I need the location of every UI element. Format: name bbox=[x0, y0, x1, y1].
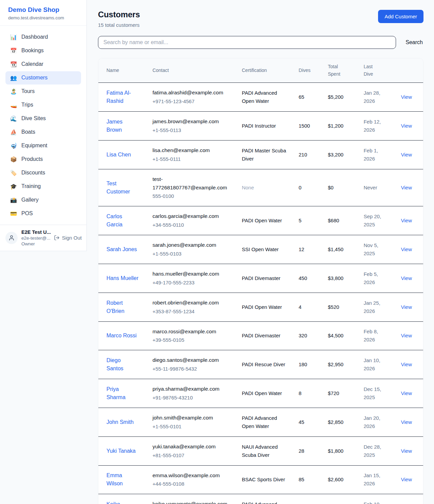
customer-total-spent: $3,200 bbox=[322, 140, 358, 169]
search-row: Search bbox=[98, 36, 423, 49]
sidebar-item-dive-sites[interactable]: 🌊 Dive Sites bbox=[5, 112, 81, 125]
column-header-name: Name bbox=[98, 58, 147, 83]
speedboat-icon: 🚤 bbox=[10, 102, 17, 108]
customer-total-spent: $2,100 bbox=[322, 494, 358, 504]
table-row: Keiko Yamamoto keiko.yamamoto@example.co… bbox=[98, 494, 423, 504]
customer-dives: 1500 bbox=[293, 112, 322, 141]
user-role: Owner bbox=[21, 241, 50, 246]
customer-phone: +39-555-0105 bbox=[153, 336, 231, 344]
customer-name-link[interactable]: James Brown bbox=[106, 118, 139, 134]
customer-total-spent: $720 bbox=[322, 379, 358, 408]
sidebar-item-trips[interactable]: 🚤 Trips bbox=[5, 98, 81, 112]
sidebar-item-discounts[interactable]: 🏷️ Discounts bbox=[5, 166, 81, 180]
view-customer-link[interactable]: View bbox=[401, 304, 412, 310]
customer-name-link[interactable]: Carlos Garcia bbox=[106, 212, 139, 229]
customer-name-link[interactable]: Fatima Al-Rashid bbox=[106, 89, 139, 105]
sidebar-item-bookings[interactable]: 📅 Bookings bbox=[5, 44, 81, 57]
customer-name-link[interactable]: Priya Sharma bbox=[106, 385, 139, 402]
sidebar-item-tours[interactable]: 🏝️ Tours bbox=[5, 85, 81, 98]
customer-dives: 65 bbox=[293, 83, 322, 112]
view-customer-link[interactable]: View bbox=[401, 361, 412, 367]
table-row: Robert O'Brien robert.obrien@example.com… bbox=[98, 293, 423, 321]
view-customer-link[interactable]: View bbox=[401, 152, 412, 157]
shop-name: Demo Dive Shop bbox=[8, 6, 78, 14]
view-customer-link[interactable]: View bbox=[401, 390, 412, 396]
customer-name-link[interactable]: Emma Wilson bbox=[106, 471, 139, 488]
customer-total-spent: $2,950 bbox=[322, 350, 358, 379]
customer-name-link[interactable]: Sarah Jones bbox=[106, 245, 137, 254]
sidebar-item-label: Dive Sites bbox=[21, 115, 46, 122]
sign-out-button[interactable]: Sign Out bbox=[54, 235, 82, 241]
customer-name-link[interactable]: Robert O'Brien bbox=[106, 299, 139, 315]
customer-name-link[interactable]: Hans Mueller bbox=[106, 274, 138, 282]
sidebar-item-training[interactable]: 🎓 Training bbox=[5, 180, 81, 193]
diving-mask-icon: 🤿 bbox=[10, 143, 17, 149]
sidebar-item-calendar[interactable]: 📆 Calendar bbox=[5, 58, 81, 71]
shop-logo-block: Demo Dive Shop demo.test.divestreams.com bbox=[0, 0, 86, 26]
sidebar-item-dashboard[interactable]: 📊 Dashboard bbox=[5, 31, 81, 44]
customer-last-dive: Never bbox=[358, 169, 395, 206]
sidebar-item-label: Equipment bbox=[21, 143, 47, 149]
customer-phone: +353-87-555-1234 bbox=[153, 307, 231, 316]
view-customer-link[interactable]: View bbox=[401, 123, 412, 129]
view-customer-link[interactable]: View bbox=[401, 477, 412, 482]
wave-icon: 🌊 bbox=[10, 115, 17, 122]
customer-certification: PADI Open Water bbox=[236, 206, 293, 235]
customer-email: keiko.yamamoto@example.com bbox=[153, 500, 231, 504]
view-customer-link[interactable]: View bbox=[401, 185, 412, 190]
customer-email: test-1772681807767@example.com bbox=[153, 175, 231, 192]
table-row: Test Customer test-1772681807767@example… bbox=[98, 169, 423, 206]
sidebar-item-products[interactable]: 📦 Products bbox=[5, 153, 81, 166]
view-customer-link[interactable]: View bbox=[401, 448, 412, 454]
view-customer-link[interactable]: View bbox=[401, 275, 412, 281]
customer-last-dive: Nov 5, 2025 bbox=[358, 235, 395, 264]
customer-name-link[interactable]: Diego Santos bbox=[106, 356, 139, 373]
add-customer-button[interactable]: Add Customer bbox=[378, 10, 423, 23]
customer-certification: PADI Open Water bbox=[236, 379, 293, 408]
view-customer-link[interactable]: View bbox=[401, 246, 412, 252]
customer-name-link[interactable]: Lisa Chen bbox=[106, 151, 131, 159]
customer-dives: 12 bbox=[293, 235, 322, 264]
sidebar-item-boats[interactable]: ⛵ Boats bbox=[5, 126, 81, 139]
customer-name-link[interactable]: Yuki Tanaka bbox=[106, 447, 136, 455]
sidebar-item-pos[interactable]: 💳 POS bbox=[5, 207, 81, 220]
customer-total-spent: $2,850 bbox=[322, 408, 358, 436]
view-customer-link[interactable]: View bbox=[401, 218, 412, 223]
customer-name-link[interactable]: Test Customer bbox=[106, 180, 139, 196]
customer-email: diego.santos@example.com bbox=[153, 356, 231, 365]
column-header-actions bbox=[396, 58, 423, 83]
customer-email: priya.sharma@example.com bbox=[153, 385, 231, 393]
sidebar-item-gallery[interactable]: 📸 Gallery bbox=[5, 193, 81, 207]
sidebar-item-customers[interactable]: 👥 Customers bbox=[5, 71, 81, 85]
customer-phone: +81-555-0107 bbox=[153, 451, 231, 460]
column-header-certification: Certification bbox=[236, 58, 293, 83]
customer-email: yuki.tanaka@example.com bbox=[153, 443, 231, 451]
user-footer: E2E Test U... e2e-tester@... Owner Sign … bbox=[0, 225, 86, 251]
customer-last-dive: Feb 1, 2026 bbox=[358, 140, 395, 169]
column-header-total-spent: Total Spent bbox=[322, 58, 358, 83]
customer-name-link[interactable]: Keiko Yamamoto bbox=[106, 500, 139, 504]
customer-last-dive: Jan 25, 2026 bbox=[358, 293, 395, 321]
view-customer-link[interactable]: View bbox=[401, 333, 412, 338]
table-row: Sarah Jones sarah.jones@example.com +1-5… bbox=[98, 235, 423, 264]
customer-dives: 45 bbox=[293, 408, 322, 436]
customer-dives: 8 bbox=[293, 379, 322, 408]
customer-phone: +44-555-0108 bbox=[153, 480, 231, 488]
table-row: Hans Mueller hans.mueller@example.com +4… bbox=[98, 264, 423, 293]
customer-dives: 5 bbox=[293, 206, 322, 235]
view-customer-link[interactable]: View bbox=[401, 94, 412, 100]
customer-email: fatima.alrashid@example.com bbox=[153, 89, 231, 97]
customer-phone: +1-555-0103 bbox=[153, 250, 231, 258]
customer-name-link[interactable]: Marco Rossi bbox=[106, 332, 137, 340]
customer-name-link[interactable]: John Smith bbox=[106, 418, 134, 426]
customer-total-spent: $520 bbox=[322, 293, 358, 321]
customer-dives: 180 bbox=[293, 350, 322, 379]
search-button[interactable]: Search bbox=[405, 38, 423, 47]
view-customer-link[interactable]: View bbox=[401, 419, 412, 425]
table-row: Fatima Al-Rashid fatima.alrashid@example… bbox=[98, 83, 423, 112]
page-title: Customers bbox=[98, 10, 140, 19]
sidebar-item-label: Discounts bbox=[21, 170, 45, 176]
sidebar-item-equipment[interactable]: 🤿 Equipment bbox=[5, 139, 81, 152]
search-input[interactable] bbox=[98, 36, 396, 49]
customer-last-dive: Dec 15, 2025 bbox=[358, 379, 395, 408]
